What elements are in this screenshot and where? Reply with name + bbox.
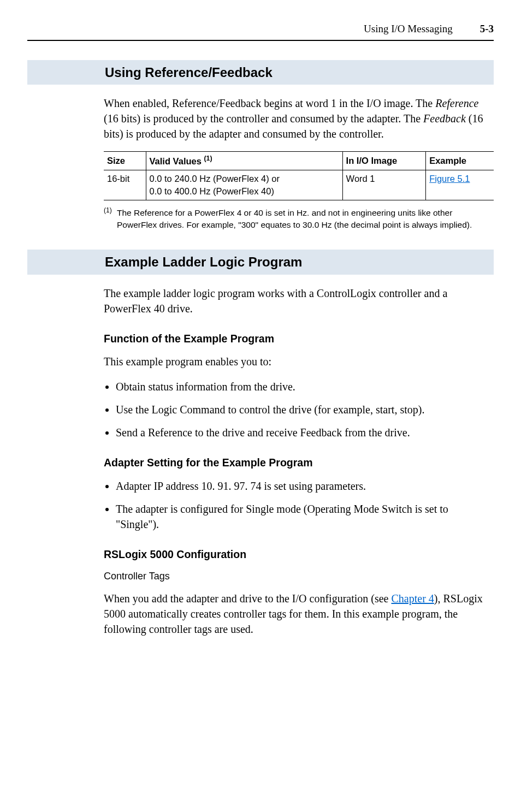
footnote: (1) The Reference for a PowerFlex 4 or 4… <box>104 207 494 230</box>
th-io-image: In I/O Image <box>342 152 426 170</box>
feedback-term: Feedback <box>423 112 466 125</box>
subheading-rslogix: RSLogix 5000 Configuration <box>104 547 494 562</box>
example-ladder-intro: The example ladder logic program works w… <box>104 286 494 316</box>
section-heading-reference-feedback: Using Reference/Feedback <box>27 60 494 85</box>
footnote-text: The Reference for a PowerFlex 4 or 40 is… <box>117 207 494 230</box>
list-item: Obtain status information from the drive… <box>116 379 494 394</box>
reference-feedback-content: When enabled, Reference/Feedback begins … <box>104 96 494 230</box>
controller-tags-paragraph: When you add the adapter and drive to th… <box>104 591 494 637</box>
table-row: 16-bit 0.0 to 240.0 Hz (PowerFlex 4) or … <box>104 170 494 200</box>
header-title: Using I/O Messaging <box>364 22 453 37</box>
list-item: Adapter IP address 10. 91. 97. 74 is set… <box>116 478 494 494</box>
reference-values-table: Size Valid Values (1) In I/O Image Examp… <box>104 151 494 200</box>
td-valid-values: 0.0 to 240.0 Hz (PowerFlex 4) or 0.0 to … <box>146 170 342 200</box>
function-bullet-list: Obtain status information from the drive… <box>104 379 494 440</box>
chapter-link[interactable]: Chapter 4 <box>391 592 434 604</box>
example-ladder-content: The example ladder logic program works w… <box>104 286 494 637</box>
subheading-function: Function of the Example Program <box>104 331 494 346</box>
section-title: Example Ladder Logic Program <box>105 253 302 271</box>
function-intro: This example program enables you to: <box>104 354 494 369</box>
header-page-number: 5-3 <box>480 22 494 37</box>
table-header-row: Size Valid Values (1) In I/O Image Examp… <box>104 152 494 170</box>
list-item: Use the Logic Command to control the dri… <box>116 402 494 417</box>
subheading-adapter-setting: Adapter Setting for the Example Program <box>104 455 494 470</box>
figure-link[interactable]: Figure 5.1 <box>429 174 470 183</box>
th-size: Size <box>104 152 146 170</box>
section-title: Using Reference/Feedback <box>105 63 273 82</box>
section-heading-example-ladder: Example Ladder Logic Program <box>27 250 494 275</box>
list-item: Send a Reference to the drive and receiv… <box>116 425 494 440</box>
th-example: Example <box>426 152 494 170</box>
list-item: The adapter is configured for Single mod… <box>116 501 494 532</box>
td-io-image: Word 1 <box>342 170 426 200</box>
footnote-marker: (1) <box>104 206 117 229</box>
reference-term: Reference <box>435 97 478 109</box>
adapter-bullet-list: Adapter IP address 10. 91. 97. 74 is set… <box>104 478 494 532</box>
controller-tags-label: Controller Tags <box>104 570 494 583</box>
reference-feedback-paragraph: When enabled, Reference/Feedback begins … <box>104 96 494 141</box>
td-example: Figure 5.1 <box>426 170 494 200</box>
td-size: 16-bit <box>104 170 146 200</box>
th-valid-values: Valid Values (1) <box>146 152 342 170</box>
page-header: Using I/O Messaging 5-3 <box>27 22 494 41</box>
